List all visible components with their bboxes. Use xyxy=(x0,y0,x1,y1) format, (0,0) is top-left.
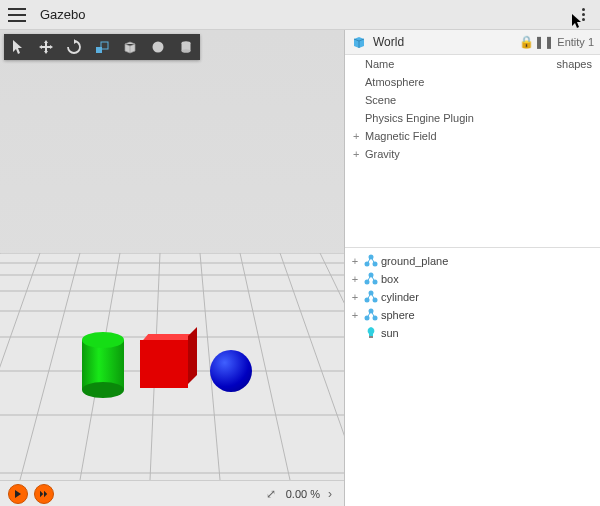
playback-percent: 0.00 % xyxy=(282,488,324,500)
fast-forward-button[interactable] xyxy=(34,484,54,504)
play-button[interactable] xyxy=(8,484,28,504)
tree-item[interactable]: sun xyxy=(345,324,600,342)
tree-item[interactable]: + cylinder xyxy=(345,288,600,306)
entity-label: Entity 1 xyxy=(557,36,594,48)
world-title: World xyxy=(373,35,404,49)
expand-plus-icon: + xyxy=(349,309,361,321)
scene-3d xyxy=(0,30,344,506)
viewport[interactable]: ⤢ 0.00 % › xyxy=(0,30,344,506)
prop-row[interactable]: Physics Engine Plugin xyxy=(345,109,600,127)
tool-sphere[interactable] xyxy=(144,34,172,60)
expand-plus-icon: + xyxy=(349,273,361,285)
main-split: ⤢ 0.00 % › World 🔒 ❚❚ Entity 1 Nameshape… xyxy=(0,30,600,506)
prop-row[interactable]: +Gravity xyxy=(345,145,600,163)
tree-item[interactable]: + box xyxy=(345,270,600,288)
svg-line-16 xyxy=(280,253,344,480)
svg-rect-19 xyxy=(101,42,108,49)
tree-item[interactable]: + ground_plane xyxy=(345,252,600,270)
inspector-panel: World 🔒 ❚❚ Entity 1 Nameshapes Atmospher… xyxy=(344,30,600,506)
scene-box[interactable] xyxy=(140,340,188,388)
svg-line-11 xyxy=(20,253,80,480)
app-title: Gazebo xyxy=(40,7,86,22)
tool-bar xyxy=(4,34,200,60)
world-icon xyxy=(351,34,367,50)
tool-translate[interactable] xyxy=(32,34,60,60)
playback-bar: ⤢ 0.00 % › xyxy=(0,480,344,506)
expand-plus-icon: + xyxy=(353,148,365,160)
tool-scale[interactable] xyxy=(88,34,116,60)
svg-point-23 xyxy=(182,49,191,53)
tree-item[interactable]: + sphere xyxy=(345,306,600,324)
prop-row[interactable]: Nameshapes xyxy=(345,55,600,73)
prop-row[interactable]: Scene xyxy=(345,91,600,109)
scene-sphere[interactable] xyxy=(210,350,252,392)
property-list: Nameshapes Atmosphere Scene Physics Engi… xyxy=(345,55,600,163)
expand-plus-icon: + xyxy=(349,291,361,303)
tool-box[interactable] xyxy=(116,34,144,60)
svg-point-20 xyxy=(153,42,164,53)
chevron-right-icon[interactable]: › xyxy=(324,487,336,501)
svg-rect-36 xyxy=(369,336,373,338)
expand-icon[interactable]: ⤢ xyxy=(260,487,282,501)
model-icon xyxy=(363,253,379,269)
model-icon xyxy=(363,271,379,287)
expand-plus-icon: + xyxy=(349,255,361,267)
world-header: World 🔒 ❚❚ Entity 1 xyxy=(345,30,600,55)
svg-line-10 xyxy=(0,253,40,480)
pause-icon[interactable]: ❚❚ xyxy=(535,35,553,49)
lock-icon[interactable]: 🔒 xyxy=(517,35,535,49)
entity-tree: + ground_plane + box + cylinder + sphere xyxy=(345,248,600,346)
prop-row[interactable]: Atmosphere xyxy=(345,73,600,91)
title-bar: Gazebo xyxy=(0,0,600,30)
expand-plus-icon: + xyxy=(353,130,365,142)
model-icon xyxy=(363,307,379,323)
model-icon xyxy=(363,289,379,305)
tool-rotate[interactable] xyxy=(60,34,88,60)
light-icon xyxy=(363,325,379,341)
more-icon[interactable] xyxy=(574,6,592,24)
prop-row[interactable]: +Magnetic Field xyxy=(345,127,600,145)
svg-line-17 xyxy=(320,253,344,480)
menu-icon[interactable] xyxy=(8,8,26,22)
tool-cylinder[interactable] xyxy=(172,34,200,60)
tool-select[interactable] xyxy=(4,34,32,60)
